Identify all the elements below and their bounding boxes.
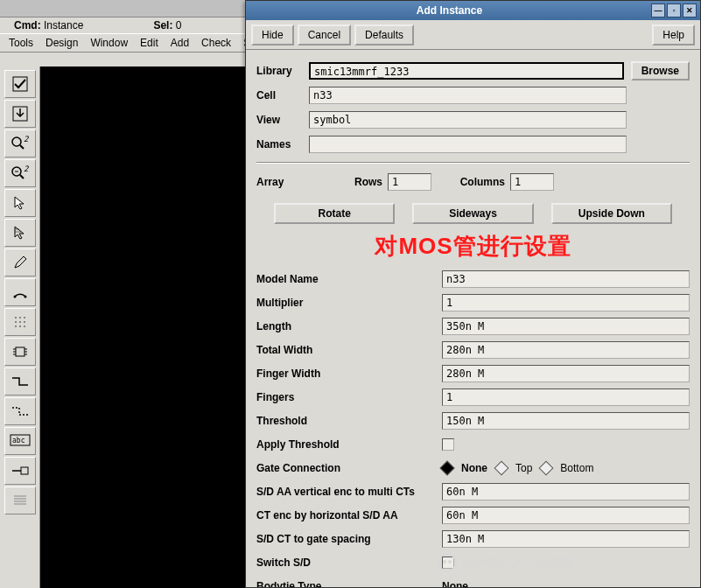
dots-grid-icon[interactable]: [4, 308, 36, 336]
menu-design[interactable]: Design: [40, 35, 83, 51]
pin-icon[interactable]: [4, 457, 36, 485]
gate-conn-bottom-radio[interactable]: [539, 460, 554, 475]
defaults-button[interactable]: Defaults: [354, 24, 414, 46]
svg-text:abc: abc: [12, 437, 25, 444]
svg-point-21: [24, 326, 25, 327]
step-dotted-icon[interactable]: [4, 397, 36, 425]
zoom-out-icon[interactable]: 2: [4, 159, 36, 187]
zoom-in-icon[interactable]: 2: [4, 130, 36, 158]
view-label: View: [256, 114, 309, 126]
sd-aa-vert-label: S/D AA vertical enc to multi CTs: [256, 486, 442, 498]
form-lines-icon[interactable]: [4, 486, 36, 514]
threshold-input[interactable]: 150n M: [442, 412, 690, 430]
rotate-button[interactable]: Rotate: [274, 203, 395, 224]
pointer-icon[interactable]: [4, 189, 36, 217]
sd-ct-gate-input[interactable]: 130n M: [442, 530, 690, 548]
dialog-button-row: Hide Cancel Defaults Help: [246, 20, 700, 50]
cancel-button[interactable]: Cancel: [298, 24, 351, 46]
array-label: Array: [256, 176, 344, 188]
hide-button[interactable]: Hide: [251, 24, 294, 46]
svg-rect-22: [16, 347, 25, 356]
annotation-text: 对MOS管进行设置: [256, 228, 690, 267]
finger-width-label: Finger Width: [256, 368, 442, 380]
download-icon[interactable]: [4, 100, 36, 128]
apply-threshold-label: Apply Threshold: [256, 438, 442, 451]
finger-width-input[interactable]: 280n M: [442, 365, 690, 382]
svg-point-18: [24, 321, 25, 323]
sideways-button[interactable]: Sideways: [412, 203, 533, 224]
browse-button[interactable]: Browse: [631, 61, 690, 80]
total-width-input[interactable]: 280n M: [442, 341, 690, 359]
switch-sd-label: Switch S/D: [256, 556, 442, 569]
menu-edit[interactable]: Edit: [135, 35, 164, 51]
maximize-icon[interactable]: ▫: [667, 4, 681, 18]
svg-text:2: 2: [24, 165, 30, 173]
svg-line-3: [20, 145, 24, 149]
status-sel: 0: [176, 19, 182, 32]
threshold-label: Threshold: [256, 415, 442, 427]
names-label: Names: [256, 138, 309, 150]
sd-ct-gate-label: S/D CT to gate spacing: [256, 533, 442, 545]
minimize-icon[interactable]: —: [651, 4, 665, 18]
chip-icon[interactable]: [4, 338, 36, 366]
menu-check[interactable]: Check: [196, 35, 236, 51]
names-input[interactable]: [309, 136, 627, 153]
svg-point-11: [13, 296, 16, 298]
svg-point-19: [15, 326, 17, 327]
rows-label: Rows: [344, 176, 388, 188]
bodytie-label: Bodytie Type: [256, 580, 442, 588]
svg-point-14: [19, 317, 21, 318]
length-input[interactable]: 350n M: [442, 318, 690, 335]
dialog-titlebar[interactable]: Add Instance — ▫ ✕: [246, 1, 700, 20]
abc-box-icon[interactable]: abc: [4, 427, 36, 455]
columns-input[interactable]: 1: [510, 173, 554, 191]
step-down-icon[interactable]: [4, 368, 36, 396]
multiplier-input[interactable]: 1: [442, 294, 690, 312]
svg-line-7: [20, 175, 24, 178]
svg-point-15: [24, 317, 25, 318]
add-instance-dialog: Add Instance — ▫ ✕ Hide Cancel Defaults …: [245, 0, 701, 588]
svg-text:2: 2: [24, 136, 30, 144]
menu-tools[interactable]: Tools: [4, 35, 39, 51]
cell-label: Cell: [256, 89, 309, 102]
fingers-label: Fingers: [256, 391, 442, 403]
library-input[interactable]: smic13mmrf_1233: [309, 62, 624, 80]
hatch-pointer-icon[interactable]: [4, 219, 36, 247]
ct-enc-input[interactable]: 60n M: [442, 507, 690, 524]
sd-aa-vert-input[interactable]: 60n M: [442, 483, 690, 500]
menu-window[interactable]: Window: [85, 35, 133, 51]
cell-input[interactable]: n33: [309, 87, 627, 104]
check-icon[interactable]: [4, 70, 36, 98]
fingers-input[interactable]: 1: [442, 388, 690, 406]
gate-conn-none-radio[interactable]: [440, 460, 455, 475]
bodytie-value[interactable]: None: [442, 580, 690, 588]
close-icon[interactable]: ✕: [683, 4, 697, 18]
model-name-value: n33: [442, 270, 690, 288]
svg-point-16: [15, 321, 17, 323]
help-button[interactable]: Help: [652, 24, 695, 46]
svg-point-13: [15, 317, 17, 318]
gate-conn-top-label: Top: [515, 462, 532, 474]
total-width-label: Total Width: [256, 344, 442, 356]
upside-down-button[interactable]: Upside Down: [551, 203, 672, 224]
gate-connection-label: Gate Connection: [256, 462, 442, 474]
svg-point-2: [12, 137, 21, 146]
rows-input[interactable]: 1: [388, 173, 431, 191]
dialog-title: Add Instance: [249, 4, 649, 17]
svg-point-17: [19, 321, 21, 323]
svg-rect-31: [21, 467, 28, 474]
switch-sd-checkbox[interactable]: [442, 556, 454, 569]
view-input[interactable]: symbol: [309, 111, 627, 129]
apply-threshold-checkbox[interactable]: [442, 438, 454, 451]
gate-conn-top-radio[interactable]: [494, 460, 509, 475]
model-name-label: Model Name: [256, 273, 442, 285]
menu-add[interactable]: Add: [165, 35, 194, 51]
status-cmd: Instance: [44, 19, 83, 32]
columns-label: Columns: [458, 176, 510, 188]
arc-icon[interactable]: [4, 278, 36, 306]
left-toolbar: 2 2 abc: [0, 66, 40, 588]
pencil-icon[interactable]: [4, 248, 36, 276]
gate-conn-bottom-label: Bottom: [560, 462, 593, 474]
ct-enc-label: CT enc by horizontal S/D AA: [256, 509, 442, 522]
dialog-body: Library smic13mmrf_1233 Browse Cell n33 …: [246, 50, 700, 587]
